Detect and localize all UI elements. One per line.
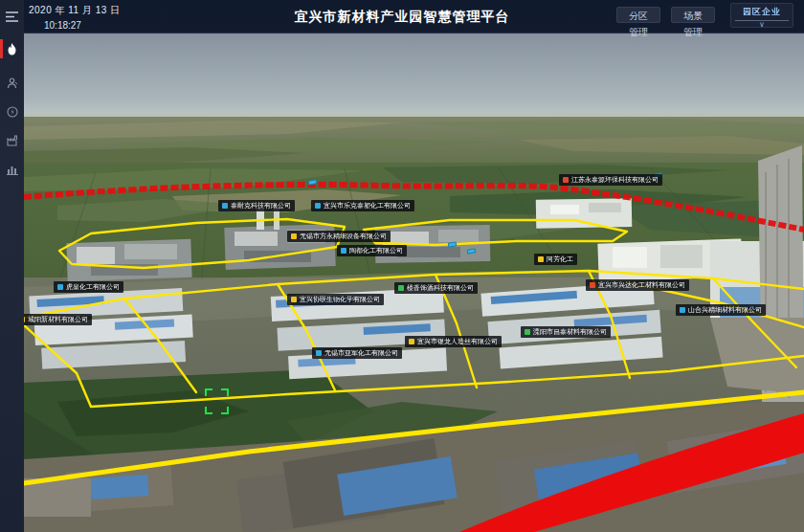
building-label[interactable]: 山合兴精细材料有限公司	[676, 304, 766, 316]
company-icon	[538, 256, 544, 262]
company-icon	[315, 203, 321, 209]
company-name: 城阳新材料有限公司	[28, 316, 88, 323]
company-icon	[57, 284, 63, 290]
building-label[interactable]: 宜兴协联生物化学有限公司	[287, 294, 384, 305]
company-name: 无锡市方永精细设备有限公司	[300, 233, 387, 240]
company-icon	[398, 285, 404, 291]
company-icon	[291, 297, 297, 302]
sidebar-item-personnel[interactable]	[0, 71, 24, 96]
app-window: 泰耐克科技有限公司宜兴市乐克泰塑化工有限公司无锡市方永精细设备有限公司陶都化工有…	[0, 0, 804, 532]
park-enterprises-dropdown[interactable]: 园区企业 ∨	[730, 3, 793, 28]
company-icon	[590, 282, 595, 288]
building-label[interactable]: 泰耐克科技有限公司	[218, 200, 295, 211]
building-label[interactable]: 陶都化工有限公司	[337, 245, 407, 256]
company-name: 宜兴市银龙人造丝有限公司	[417, 338, 498, 345]
factory-icon	[7, 135, 18, 146]
company-name: 江苏永泰源环保科技有限公司	[571, 176, 659, 184]
company-icon	[563, 177, 569, 183]
building-label[interactable]: 虎皇化工有限公司	[54, 281, 123, 293]
company-name: 虎皇化工有限公司	[66, 283, 120, 291]
company-name: 宜兴市兴达化工材料有限公司	[598, 281, 685, 289]
company-name: 楼香饰酒科技有限公司	[407, 284, 474, 292]
company-name: 无锡市亚军化工有限公司	[324, 349, 398, 357]
sidebar-item-fire[interactable]	[0, 36, 24, 61]
power-icon	[7, 106, 18, 118]
building-label[interactable]: 宜兴市银龙人造丝有限公司	[405, 336, 502, 347]
company-name: 同芳化工	[547, 255, 573, 263]
company-icon	[525, 329, 530, 335]
hamburger-menu-button[interactable]	[0, 4, 24, 29]
sidebar-item-power[interactable]	[0, 100, 24, 124]
company-name: 溧阳市昌泰材料有限公司	[533, 328, 607, 336]
building-label[interactable]: 溧阳市昌泰材料有限公司	[521, 326, 611, 338]
company-icon	[291, 233, 297, 239]
company-icon	[24, 317, 25, 322]
building-label[interactable]: 城阳新材料有限公司	[24, 314, 92, 325]
company-name: 宜兴协联生物化学有限公司	[300, 296, 380, 303]
map-3d-view[interactable]: 泰耐克科技有限公司宜兴市乐克泰塑化工有限公司无锡市方永精细设备有限公司陶都化工有…	[24, 33, 804, 532]
chevron-down-icon: ∨	[731, 21, 793, 28]
selection-target-bracket	[204, 388, 230, 419]
bar-chart-icon	[7, 164, 18, 175]
zone-management-button[interactable]: 分区管理	[616, 7, 660, 23]
sidebar-item-factory[interactable]	[0, 128, 24, 153]
company-name: 泰耐克科技有限公司	[231, 202, 291, 210]
company-icon	[341, 248, 346, 254]
building-label[interactable]: 宜兴市兴达化工材料有限公司	[586, 279, 689, 291]
scene-management-button[interactable]: 场景管理	[671, 7, 715, 23]
building-label[interactable]: 江苏永泰源环保科技有限公司	[559, 174, 662, 186]
left-icon-rail	[0, 0, 24, 532]
top-bar: 2020 年 11 月 13 日 10:18:27 宜兴市新材料产业园智慧管理平…	[0, 0, 804, 33]
building-label[interactable]: 同芳化工	[534, 254, 577, 265]
hamburger-icon	[6, 11, 18, 22]
building-label[interactable]: 宜兴市乐克泰塑化工有限公司	[311, 200, 414, 211]
building-label[interactable]: 楼香饰酒科技有限公司	[394, 282, 478, 294]
building-label[interactable]: 无锡市亚军化工有限公司	[312, 347, 402, 359]
sidebar-item-statistics[interactable]	[0, 157, 24, 182]
company-name: 山合兴精细材料有限公司	[688, 306, 762, 314]
person-icon	[7, 78, 18, 89]
active-indicator	[0, 39, 3, 58]
dropdown-label: 园区企业	[731, 6, 793, 18]
company-icon	[409, 339, 414, 344]
company-icon	[222, 203, 228, 209]
flame-icon	[7, 43, 17, 55]
company-icon	[680, 307, 685, 313]
building-label[interactable]: 无锡市方永精细设备有限公司	[287, 231, 391, 242]
company-name: 宜兴市乐克泰塑化工有限公司	[324, 202, 411, 210]
company-icon	[316, 350, 322, 356]
company-name: 陶都化工有限公司	[349, 247, 403, 255]
